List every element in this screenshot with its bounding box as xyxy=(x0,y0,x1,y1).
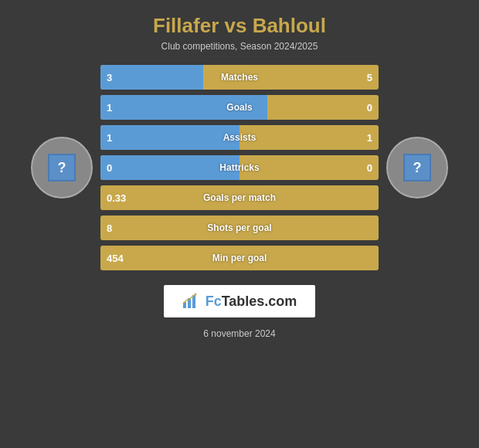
stat-value-left-4: 0.33 xyxy=(107,192,126,204)
main-section: ? 35Matches10Goals11Assists00Hattricks0.… xyxy=(0,64,479,271)
stat-label-2: Assists xyxy=(223,132,256,143)
stat-bar-5: 8Shots per goal xyxy=(100,216,379,240)
logo-section: FcTables.com xyxy=(164,285,316,317)
stat-row-1: 10Goals xyxy=(100,94,379,120)
player-avatar-left: ? xyxy=(23,121,100,214)
stat-value-left-3: 0 xyxy=(107,162,112,174)
avatar-question-left: ? xyxy=(48,154,76,182)
stat-label-1: Goals xyxy=(226,102,252,113)
date-text: 6 november 2024 xyxy=(203,328,275,339)
stat-value-right-3: 0 xyxy=(367,162,372,174)
stat-label-0: Matches xyxy=(221,72,258,83)
avatar-question-right: ? xyxy=(403,154,431,182)
logo-text: FcTables.com xyxy=(206,294,297,310)
stat-bar-2: 11Assists xyxy=(100,125,379,150)
stat-label-3: Hattricks xyxy=(219,162,259,173)
stat-value-left-5: 8 xyxy=(107,222,112,234)
stat-row-3: 00Hattricks xyxy=(100,154,379,181)
stat-label-4: Goals per match xyxy=(203,192,276,203)
page-title: Fillafer vs Bahloul xyxy=(153,14,326,38)
header: Fillafer vs Bahloul Club competitions, S… xyxy=(153,0,326,56)
avatar-left: ? xyxy=(31,137,93,199)
stats-container: 35Matches10Goals11Assists00Hattricks0.33… xyxy=(100,64,379,271)
stat-value-right-2: 1 xyxy=(367,132,372,144)
svg-rect-2 xyxy=(192,295,195,308)
stat-bar-4: 0.33Goals per match xyxy=(100,185,379,210)
subtitle: Club competitions, Season 2024/2025 xyxy=(153,41,326,52)
svg-point-3 xyxy=(194,294,196,296)
stat-value-left-0: 3 xyxy=(107,72,112,83)
stat-row-0: 35Matches xyxy=(100,64,379,90)
stat-label-6: Min per goal xyxy=(212,253,267,263)
stat-row-4: 0.33Goals per match xyxy=(100,185,379,211)
stat-bar-3: 00Hattricks xyxy=(100,155,379,180)
stat-value-left-1: 1 xyxy=(107,102,112,114)
stat-row-6: 454Min per goal xyxy=(100,245,379,271)
stat-value-left-2: 1 xyxy=(107,132,112,144)
stat-bar-6: 454Min per goal xyxy=(100,246,379,270)
stat-value-left-6: 454 xyxy=(107,253,124,264)
stat-row-2: 11Assists xyxy=(100,124,379,151)
player-avatar-right: ? xyxy=(379,121,456,214)
stat-bar-0: 35Matches xyxy=(100,65,379,90)
stat-row-5: 8Shots per goal xyxy=(100,215,379,241)
logo-icon xyxy=(182,293,199,310)
avatar-right: ? xyxy=(386,137,448,199)
logo-box: FcTables.com xyxy=(164,285,316,317)
stat-label-5: Shots per goal xyxy=(207,222,271,233)
stat-bar-1: 10Goals xyxy=(100,95,379,120)
stat-value-right-0: 5 xyxy=(367,72,372,83)
stat-value-right-1: 0 xyxy=(367,102,372,114)
